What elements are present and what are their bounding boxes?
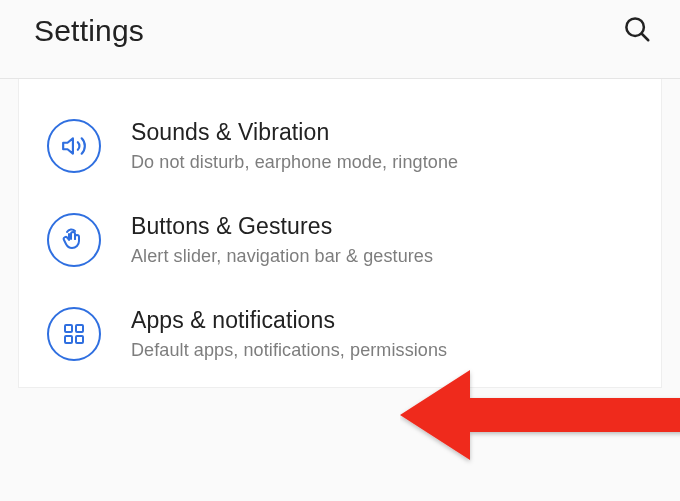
settings-item-text: Sounds & Vibration Do not disturb, earph… — [131, 119, 458, 173]
settings-item-subtitle: Default apps, notifications, permissions — [131, 340, 447, 361]
svg-rect-4 — [76, 325, 83, 332]
search-icon — [622, 14, 652, 44]
svg-rect-5 — [65, 336, 72, 343]
gesture-icon — [47, 213, 101, 267]
settings-item-title: Sounds & Vibration — [131, 119, 458, 146]
search-button[interactable] — [622, 14, 652, 48]
settings-list: Sounds & Vibration Do not disturb, earph… — [18, 79, 662, 388]
settings-item-subtitle: Do not disturb, earphone mode, ringtone — [131, 152, 458, 173]
page-title: Settings — [34, 14, 144, 48]
settings-item-buttons[interactable]: Buttons & Gestures Alert slider, navigat… — [19, 193, 661, 287]
svg-line-1 — [642, 34, 649, 41]
settings-item-title: Apps & notifications — [131, 307, 447, 334]
settings-item-title: Buttons & Gestures — [131, 213, 433, 240]
apps-icon — [47, 307, 101, 361]
svg-rect-3 — [65, 325, 72, 332]
settings-item-apps[interactable]: Apps & notifications Default apps, notif… — [19, 287, 661, 381]
settings-item-subtitle: Alert slider, navigation bar & gestures — [131, 246, 433, 267]
settings-item-text: Buttons & Gestures Alert slider, navigat… — [131, 213, 433, 267]
svg-rect-6 — [76, 336, 83, 343]
svg-marker-2 — [63, 138, 73, 153]
settings-header: Settings — [0, 0, 680, 79]
settings-item-sounds[interactable]: Sounds & Vibration Do not disturb, earph… — [19, 99, 661, 193]
settings-item-text: Apps & notifications Default apps, notif… — [131, 307, 447, 361]
sound-icon — [47, 119, 101, 173]
